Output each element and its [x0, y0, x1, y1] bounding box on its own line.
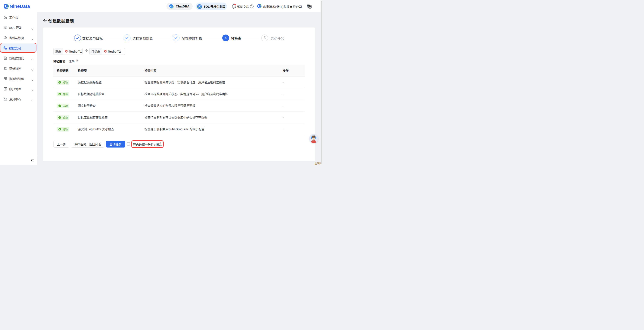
svg-text:SQL: SQL: [4, 27, 6, 28]
svg-text:AI: AI: [170, 5, 172, 8]
svg-text:En: En: [308, 5, 310, 7]
svg-text:?: ?: [251, 5, 252, 8]
svg-text:?: ?: [160, 143, 161, 145]
